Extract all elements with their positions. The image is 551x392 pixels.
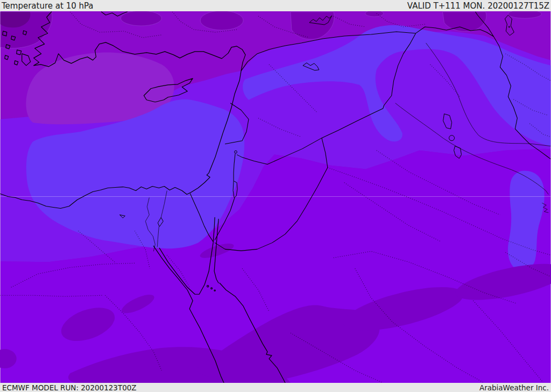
weather-map-app: Temperature at 10 hPa VALID T+111 MON. 2… <box>0 0 551 392</box>
band-top-dark-blob <box>200 11 243 30</box>
map-title: Temperature at 10 hPa <box>2 1 94 11</box>
map-canvas <box>0 11 551 383</box>
brand-label: ArabiaWeather Inc. <box>479 383 549 392</box>
valid-time-label: VALID T+111 MON. 20200127T15Z <box>407 1 549 11</box>
model-run-label: ECMWF MODEL RUN: 20200123T00Z <box>2 383 137 392</box>
footer-bar: ECMWF MODEL RUN: 20200123T00Z ArabiaWeat… <box>0 383 551 392</box>
band-top-dark-blob <box>365 11 384 17</box>
header-bar: Temperature at 10 hPa VALID T+111 MON. 2… <box>0 0 551 11</box>
band-top-dark-blob <box>121 11 161 26</box>
temperature-map-svg <box>0 11 551 383</box>
band-top-dark-blob <box>508 11 541 18</box>
